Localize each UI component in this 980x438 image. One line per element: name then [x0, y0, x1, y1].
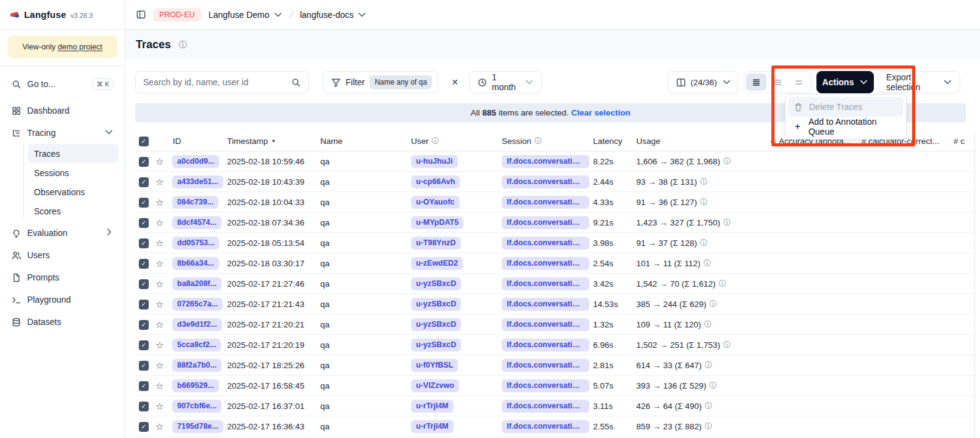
sidebar-item-datasets[interactable]: Datasets [6, 311, 118, 333]
session-badge[interactable]: lf.docs.conversation... [502, 155, 589, 168]
row-checkbox[interactable]: ✓ [139, 381, 149, 391]
row-height-large-button[interactable] [789, 74, 809, 91]
info-icon[interactable]: ⓘ [723, 217, 731, 228]
column-header-clipped[interactable]: # c [953, 131, 965, 151]
info-icon[interactable]: ⓘ [704, 258, 711, 269]
row-checkbox[interactable]: ✓ [139, 259, 149, 269]
menu-item-delete-traces[interactable]: Delete Traces [788, 97, 903, 117]
org-switcher[interactable]: Langfuse Demo [209, 10, 283, 20]
row-checkbox[interactable]: ✓ [139, 238, 149, 248]
sidebar-item-dashboard[interactable]: Dashboard [6, 99, 118, 122]
table-row[interactable]: ✓ ☆ 907cbf6e... 2025-02-17 16:37:01 qa u… [135, 396, 974, 416]
info-icon[interactable]: ⓘ [705, 421, 712, 432]
column-header-name[interactable]: Name [320, 131, 343, 151]
bookmark-star-icon[interactable]: ☆ [156, 218, 164, 227]
info-icon[interactable]: ⓘ [709, 299, 716, 310]
info-icon[interactable]: ⓘ [700, 238, 707, 248]
bookmark-star-icon[interactable]: ☆ [156, 259, 164, 268]
user-badge[interactable]: u-T98YnzD [411, 237, 461, 250]
clear-filter-button[interactable]: ✕ [446, 71, 464, 93]
bookmark-star-icon[interactable]: ☆ [156, 422, 164, 431]
trace-id-badge[interactable]: 5cca9cf2... [172, 339, 221, 352]
table-row[interactable]: ✓ ☆ 8b66a34... 2025-02-18 03:30:17 qa u-… [135, 253, 974, 274]
bookmark-star-icon[interactable]: ☆ [156, 320, 164, 329]
table-row[interactable]: ✓ ☆ 5cca9cf2... 2025-02-17 21:20:19 qa u… [135, 335, 974, 355]
bookmark-star-icon[interactable]: ☆ [156, 198, 164, 207]
trace-id-badge[interactable]: 907cbf6e... [172, 400, 222, 413]
user-badge[interactable]: u-rTrjl4M [411, 400, 454, 413]
trace-id-badge[interactable]: 8b66a34... [172, 257, 219, 270]
table-row[interactable]: ✓ ☆ a0cd0d9... 2025-02-18 10:59:46 qa u-… [135, 151, 974, 172]
info-icon[interactable]: ⓘ [723, 156, 731, 167]
info-icon[interactable]: ⓘ [700, 177, 707, 187]
table-row[interactable]: ✓ ☆ b669529... 2025-02-17 16:58:45 qa u-… [135, 376, 974, 396]
column-header-usage[interactable]: Usage [636, 131, 660, 151]
bookmark-star-icon[interactable]: ☆ [156, 402, 164, 411]
trace-id-badge[interactable]: a0cd0d9... [172, 155, 219, 168]
row-checkbox[interactable]: ✓ [139, 300, 149, 310]
user-badge[interactable]: u-MYpDAT5 [411, 216, 463, 229]
info-icon[interactable]: ⓘ [718, 279, 726, 289]
bookmark-star-icon[interactable]: ☆ [156, 381, 164, 390]
bookmark-star-icon[interactable]: ☆ [156, 361, 164, 370]
row-checkbox[interactable]: ✓ [139, 218, 149, 228]
time-range-button[interactable]: 1 month [469, 71, 542, 93]
user-badge[interactable]: u-yzSBxcD [411, 298, 461, 311]
export-selection-button[interactable]: Export selection [878, 71, 960, 93]
sidebar-item-sessions[interactable]: Sessions [28, 163, 118, 182]
bookmark-star-icon[interactable]: ☆ [156, 157, 164, 166]
session-badge[interactable]: lf.docs.conversation... [502, 277, 589, 290]
table-row[interactable]: ✓ ☆ 084c739... 2025-02-18 10:04:33 qa u-… [135, 192, 974, 213]
session-badge[interactable]: lf.docs.conversation... [502, 298, 589, 311]
bookmark-star-icon[interactable]: ☆ [156, 300, 164, 309]
row-checkbox[interactable]: ✓ [139, 177, 149, 187]
table-row[interactable]: ✓ ☆ 8dcf4574... 2025-02-18 07:34:36 qa u… [135, 213, 974, 233]
row-checkbox[interactable]: ✓ [139, 361, 149, 371]
user-badge[interactable]: u-yzSBxcD [411, 318, 461, 331]
row-checkbox[interactable]: ✓ [139, 279, 149, 289]
sidebar-item-evaluation[interactable]: Evaluation [6, 222, 118, 244]
column-header-session[interactable]: Session ⓘ [502, 131, 542, 151]
session-badge[interactable]: lf.docs.conversation... [502, 216, 589, 229]
info-icon[interactable]: ⓘ [705, 401, 712, 411]
session-badge[interactable]: lf.docs.conversation... [502, 237, 589, 250]
table-row[interactable]: ✓ ☆ a433de51... 2025-02-18 10:43:39 qa u… [135, 172, 974, 192]
goto-search[interactable]: Go to... ⌘ K [6, 74, 118, 95]
trace-id-badge[interactable]: b669529... [172, 379, 219, 392]
sidebar-item-tracing[interactable]: Tracing [6, 122, 118, 144]
actions-button[interactable]: Actions [816, 71, 874, 93]
table-row[interactable]: ✓ ☆ 88f2a7b0... 2025-02-17 18:25:26 qa u… [135, 355, 974, 376]
user-badge[interactable]: u-OYauofc [411, 196, 460, 209]
user-badge[interactable]: u-yzSBxcD [411, 277, 461, 290]
session-badge[interactable]: lf.docs.conversation... [502, 359, 589, 372]
trace-id-badge[interactable]: 084c739... [172, 196, 218, 209]
user-badge[interactable]: u-zEwdED2 [411, 257, 463, 270]
column-visibility-button[interactable]: (24/36) [668, 71, 738, 93]
bookmark-star-icon[interactable]: ☆ [156, 340, 164, 350]
column-header-latency[interactable]: Latency [593, 131, 622, 151]
session-badge[interactable]: lf.docs.conversation... [502, 420, 589, 433]
session-badge[interactable]: lf.docs.conversation... [502, 196, 589, 209]
session-badge[interactable]: lf.docs.conversation... [502, 318, 589, 331]
trace-id-badge[interactable]: dd05753... [172, 237, 219, 250]
clear-selection-link[interactable]: Clear selection [571, 108, 630, 117]
trace-id-badge[interactable]: 8dcf4574... [172, 216, 222, 229]
trace-id-badge[interactable]: 7195d78e... [172, 420, 223, 433]
sidebar-item-scores[interactable]: Scores [28, 201, 118, 221]
user-badge[interactable]: u-huJhuJi [411, 155, 458, 168]
table-row[interactable]: ✓ ☆ d3e9d1f2... 2025-02-17 21:20:21 qa u… [135, 314, 974, 335]
column-header-user[interactable]: User ⓘ [411, 131, 439, 151]
sidebar-item-traces[interactable]: Traces [28, 144, 118, 163]
panel-toggle-icon[interactable] [136, 10, 146, 20]
sidebar-item-users[interactable]: Users [6, 244, 118, 266]
info-icon[interactable]: ⓘ [704, 319, 712, 330]
user-badge[interactable]: u-VIZzvwo [411, 379, 459, 392]
row-checkbox[interactable]: ✓ [139, 340, 149, 350]
session-badge[interactable]: lf.docs.conversation... [502, 339, 589, 352]
trace-id-badge[interactable]: d3e9d1f2... [172, 318, 222, 331]
sidebar-item-observations[interactable]: Observations [28, 182, 118, 201]
session-badge[interactable]: lf.docs.conversation... [502, 400, 589, 413]
info-icon[interactable]: ⓘ [723, 340, 731, 350]
trace-id-badge[interactable]: ba8a208f... [172, 277, 222, 290]
bookmark-star-icon[interactable]: ☆ [156, 238, 164, 248]
